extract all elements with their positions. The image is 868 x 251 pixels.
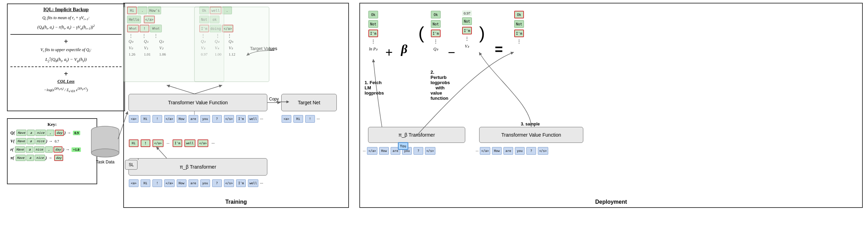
transformer-value-function-deploy: Transformer Value Function	[479, 127, 583, 143]
key-row-pi: π( Have a nice ) → day	[10, 154, 94, 161]
ln-p3-column: Ok Not I'm ⋮ ln P₃	[368, 10, 378, 52]
iql-box: IQL: Implicit Backup Qt fits to mean of …	[7, 3, 125, 111]
plus-operator: +	[385, 45, 393, 60]
plus1: +	[10, 38, 122, 45]
training-section: Training	[123, 3, 349, 208]
cql-formula: −log(eQ(ht,at) / Σa'∈A eQ(ht,a'))	[10, 86, 122, 94]
key-row-q: Q( Have a nice , day ) → 0.9	[10, 129, 94, 136]
task-data-label: Task Data	[90, 160, 121, 164]
key-box: Key: Q( Have a nice , day ) → 0.9 V( Hav…	[7, 118, 97, 184]
open-paren: (	[418, 24, 424, 42]
task-data-cylinder	[90, 125, 121, 160]
task-data-container: Task Data	[90, 125, 121, 164]
pi-beta-transformer-deploy: π_β Transformer	[368, 127, 465, 143]
divider2	[10, 66, 122, 67]
result-column: Ok Not I'm ⋮	[514, 10, 524, 44]
svg-point-4	[91, 149, 119, 157]
deployment-label: Deployment	[595, 199, 627, 207]
deploy-tokens-tvf: ··· </a> How are you ? </s>	[476, 147, 549, 155]
q3-deploy-label: Q₃	[433, 47, 438, 52]
main-diagram: IQL: Implicit Backup Qt fits to mean of …	[0, 0, 868, 251]
beta-symbol: β	[401, 42, 407, 56]
training-label: Training	[225, 199, 247, 207]
key-title: Key:	[10, 122, 94, 127]
equals-operator: =	[495, 42, 503, 57]
iql-formula1: Qt fits to mean of rt + γVt+1:	[10, 15, 122, 22]
iql-formula3: Vt fits to upper expectile of Qt:	[10, 47, 122, 54]
divider1	[10, 34, 122, 35]
key-row-v: V( Have a nice ) → 0.7	[10, 138, 94, 145]
key-row-r: r( Have a nice , day ) → +1.0	[10, 146, 94, 153]
ln-p3-label: ln P₃	[369, 47, 378, 52]
iql-formula2: (Qθ(ht, at) − r(ht, at) − γVψ(ht+1))2	[10, 23, 122, 31]
you-token-highlight: You	[398, 142, 409, 150]
plus2: +	[10, 70, 122, 78]
v3-column: 0.97 Not I'm ⋮ V₃	[462, 10, 472, 49]
cql-title: CQL Loss	[10, 78, 122, 85]
q3-column: Ok Not I'm ⋮ Q₃	[431, 10, 441, 52]
iql-formula4: L2τ(Qθ(ht, at) − Vψ(ht))	[10, 55, 122, 64]
minus-operator: −	[448, 45, 455, 60]
iql-title: IQL: Implicit Backup	[10, 7, 122, 13]
close-paren: )	[479, 24, 485, 42]
v3-deploy-value: 0.97	[462, 10, 471, 16]
v3-deploy-label: V₃	[465, 44, 469, 49]
